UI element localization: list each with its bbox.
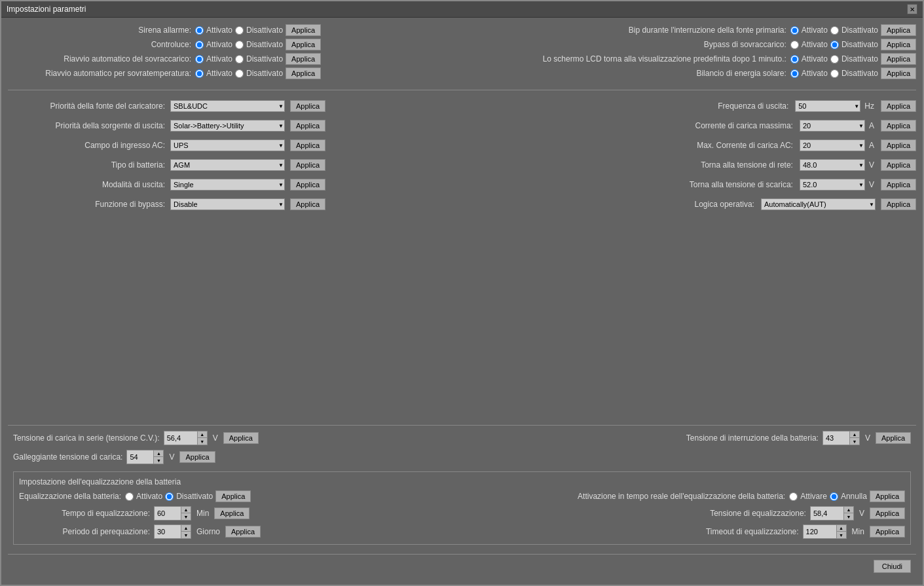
- modalita-uscita-select[interactable]: Single Parallel 3 Phase: [170, 179, 285, 191]
- bip-attivato-radio[interactable]: [790, 26, 799, 35]
- galleggiante-apply[interactable]: Applica: [179, 451, 215, 463]
- sirena-apply-button[interactable]: Applica: [286, 24, 321, 36]
- priorita-caricatore-apply[interactable]: Applica: [290, 100, 325, 112]
- controluce-disattivato-radio[interactable]: [235, 41, 244, 49]
- priorita-sorgente-label: Priorità della sorgente di uscita:: [8, 121, 165, 130]
- equaliz-disattivato-radio[interactable]: [165, 492, 174, 501]
- timeout-equaliz-input[interactable]: [804, 526, 836, 537]
- chiudi-button[interactable]: Chiudi: [874, 560, 911, 573]
- corrente-carica-apply[interactable]: Applica: [881, 120, 916, 132]
- galleggiante-up-btn[interactable]: ▲: [154, 450, 163, 457]
- sirena-disattivato-radio[interactable]: [235, 26, 244, 35]
- priorita-sorgente-apply[interactable]: Applica: [290, 120, 325, 132]
- bilancio-apply-button[interactable]: Applica: [881, 67, 916, 79]
- priorita-caricatore-select[interactable]: SBL&UDC Solar First Utility First: [170, 100, 285, 112]
- tensione-equaliz-area: Tensione di equalizzazione: ▲ ▼ V Applic…: [464, 506, 906, 521]
- equaliz-row-3: Periodo di perequazione: ▲ ▼ Giorno Appl…: [19, 524, 905, 539]
- riavvio-sovraccarico-attivato-radio[interactable]: [195, 55, 204, 64]
- torna-scarica-apply[interactable]: Applica: [881, 179, 916, 191]
- attivazione-annulla-radio[interactable]: [830, 492, 838, 501]
- bypass-attivato-radio[interactable]: [790, 41, 799, 49]
- torna-rete-apply[interactable]: Applica: [881, 159, 916, 171]
- tensione-serie-input[interactable]: [164, 433, 197, 443]
- max-corrente-select[interactable]: 10 20 30: [800, 139, 865, 151]
- equaliz-apply[interactable]: Applica: [215, 490, 251, 502]
- frequenza-uscita-dropdown-container: 50 60 ▼: [795, 100, 860, 112]
- timeout-equaliz-down-btn[interactable]: ▼: [837, 532, 846, 538]
- periodo-perequazione-down-btn[interactable]: ▼: [181, 532, 191, 538]
- corrente-carica-select[interactable]: 10 20 30: [800, 120, 865, 132]
- tensione-serie-up-btn[interactable]: ▲: [198, 431, 207, 438]
- tensione-interruzione-input[interactable]: [823, 433, 849, 443]
- modalita-uscita-apply[interactable]: Applica: [290, 179, 325, 191]
- riavvio-sovratemp-disattivato-radio[interactable]: [235, 69, 244, 78]
- attivazione-apply[interactable]: Applica: [870, 490, 905, 502]
- tensione-interruzione-spinbox-btns: ▲ ▼: [849, 431, 859, 445]
- tensione-interruzione-up-btn[interactable]: ▲: [850, 431, 859, 438]
- riavvio-sovratemp-attivato-radio[interactable]: [195, 69, 204, 78]
- bypass-apply-button[interactable]: Applica: [881, 39, 916, 50]
- tensione-serie-apply[interactable]: Applica: [223, 432, 259, 444]
- periodo-perequazione-input[interactable]: [155, 526, 181, 537]
- timeout-equaliz-up-btn[interactable]: ▲: [837, 525, 846, 532]
- galleggiante-down-btn[interactable]: ▼: [154, 457, 163, 464]
- frequenza-uscita-select[interactable]: 50 60: [795, 100, 860, 112]
- lcd-disattivato-radio[interactable]: [830, 55, 839, 64]
- tempo-equaliz-down-btn[interactable]: ▼: [181, 513, 191, 520]
- bip-apply-button[interactable]: Applica: [881, 24, 916, 36]
- priorita-sorgente-select[interactable]: Solar->Battery->Utility Solar->Utility->…: [170, 120, 285, 132]
- funzione-bypass-apply[interactable]: Applica: [290, 198, 325, 210]
- periodo-perequazione-apply[interactable]: Applica: [225, 526, 261, 538]
- torna-rete-select[interactable]: 44.0 46.0 48.0 50.0: [800, 159, 865, 171]
- bilancio-disattivato-radio[interactable]: [830, 69, 839, 78]
- attivazione-attivare-radio[interactable]: [789, 492, 798, 501]
- galleggiante-input[interactable]: [127, 452, 153, 462]
- tipo-batteria-apply[interactable]: Applica: [290, 159, 325, 171]
- riavvio-sovraccarico-attivato-label: Attivato: [206, 54, 232, 64]
- tensione-interruzione-apply[interactable]: Applica: [876, 432, 911, 444]
- tempo-equaliz-input[interactable]: [155, 508, 181, 519]
- periodo-perequazione-unit: Giorno: [196, 527, 220, 536]
- timeout-equaliz-apply[interactable]: Applica: [870, 526, 905, 538]
- periodo-perequazione-up-btn[interactable]: ▲: [181, 525, 191, 532]
- funzione-bypass-select[interactable]: Disable Enable: [170, 198, 285, 210]
- bypass-disattivato-radio[interactable]: [830, 41, 839, 49]
- logica-operativa-select[interactable]: Automatically(AUT) Manual: [761, 198, 876, 210]
- frequenza-uscita-apply[interactable]: Applica: [881, 100, 916, 112]
- torna-scarica-select[interactable]: 46.0 48.0 50.0 52.0: [800, 179, 865, 191]
- logica-operativa-apply[interactable]: Applica: [881, 198, 916, 210]
- frequenza-uscita-row: Frequenza di uscita: 50 60 ▼ Hz Applica: [469, 98, 917, 114]
- tensione-equaliz-down-btn[interactable]: ▼: [844, 513, 853, 520]
- bip-disattivato-radio[interactable]: [830, 26, 839, 35]
- torna-rete-label: Torna alla tensione di rete:: [701, 160, 793, 170]
- controluce-attivato-radio[interactable]: [195, 41, 204, 49]
- tempo-equaliz-up-btn[interactable]: ▲: [181, 507, 191, 513]
- tensione-interruzione-down-btn[interactable]: ▼: [850, 438, 859, 445]
- sirena-attivato-radio[interactable]: [195, 26, 204, 35]
- priorita-caricatore-row: Priorità della fonte del caricatore: SBL…: [8, 98, 456, 114]
- bypass-attivato-label: Attivato: [802, 40, 828, 49]
- controluce-apply-button[interactable]: Applica: [286, 39, 321, 50]
- riavvio-sovraccarico-apply-button[interactable]: Applica: [286, 53, 321, 65]
- tensione-equaliz-input[interactable]: [811, 508, 843, 519]
- equaliz-disattivato-label: Disattivato: [176, 492, 213, 501]
- riavvio-sovraccarico-disattivato-radio[interactable]: [235, 55, 244, 64]
- tensione-equaliz-up-btn[interactable]: ▲: [844, 507, 853, 513]
- equaliz-attivato-radio[interactable]: [125, 492, 134, 501]
- campo-ingresso-select[interactable]: UPS APL: [170, 139, 285, 151]
- campo-ingresso-apply[interactable]: Applica: [290, 139, 325, 151]
- frequenza-uscita-unit: Hz: [864, 101, 874, 111]
- tempo-equaliz-apply[interactable]: Applica: [214, 507, 249, 519]
- equaliz-radio-group: Attivato Disattivato Applica: [125, 490, 251, 502]
- bilancio-attivato-radio[interactable]: [790, 69, 799, 78]
- riavvio-sovratemp-apply-button[interactable]: Applica: [286, 67, 321, 79]
- bypass-radio-group: Attivato Disattivato Applica: [790, 39, 916, 50]
- funzione-bypass-row: Funzione di bypass: Disable Enable ▼ App…: [8, 196, 456, 212]
- max-corrente-apply[interactable]: Applica: [881, 139, 916, 151]
- lcd-apply-button[interactable]: Applica: [881, 53, 916, 65]
- lcd-attivato-radio[interactable]: [790, 55, 799, 64]
- close-button[interactable]: ✕: [907, 4, 917, 14]
- tensione-equaliz-apply[interactable]: Applica: [870, 507, 905, 519]
- tensione-serie-down-btn[interactable]: ▼: [198, 438, 207, 445]
- tipo-batteria-select[interactable]: AGM Flooded User: [170, 159, 285, 171]
